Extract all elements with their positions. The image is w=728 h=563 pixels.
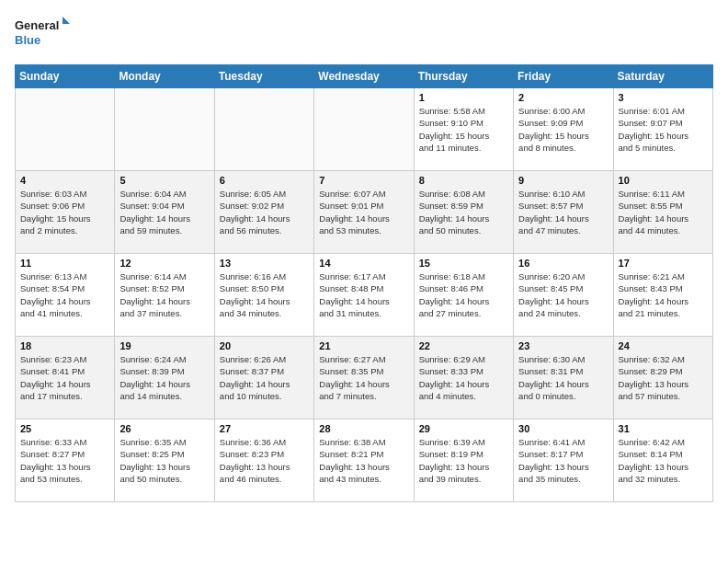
calendar-cell: 21Sunrise: 6:27 AM Sunset: 8:35 PM Dayli… (314, 337, 414, 419)
day-number: 15 (419, 258, 508, 269)
day-number: 5 (119, 175, 209, 186)
day-info: Sunrise: 6:39 AM Sunset: 8:19 PM Dayligh… (419, 436, 508, 485)
day-number: 25 (20, 423, 109, 434)
day-header-tuesday: Tuesday (214, 65, 313, 88)
calendar-cell: 31Sunrise: 6:42 AM Sunset: 8:14 PM Dayli… (613, 419, 712, 502)
day-number: 23 (518, 340, 608, 351)
day-info: Sunrise: 5:58 AM Sunset: 9:10 PM Dayligh… (419, 105, 508, 154)
day-info: Sunrise: 6:13 AM Sunset: 8:54 PM Dayligh… (20, 270, 109, 319)
day-number: 4 (20, 175, 109, 186)
day-info: Sunrise: 6:27 AM Sunset: 8:35 PM Dayligh… (319, 353, 408, 402)
day-header-thursday: Thursday (414, 65, 513, 88)
day-info: Sunrise: 6:26 AM Sunset: 8:37 PM Dayligh… (220, 353, 309, 402)
day-header-friday: Friday (514, 65, 613, 88)
svg-text:General: General (15, 18, 59, 32)
day-header-wednesday: Wednesday (314, 65, 414, 88)
day-number: 6 (220, 175, 309, 186)
calendar-cell: 12Sunrise: 6:14 AM Sunset: 8:52 PM Dayli… (115, 254, 214, 337)
calendar-cell (16, 88, 115, 171)
calendar-table: SundayMondayTuesdayWednesdayThursdayFrid… (15, 64, 713, 502)
day-number: 9 (518, 175, 608, 186)
calendar-header-row: SundayMondayTuesdayWednesdayThursdayFrid… (16, 65, 713, 88)
day-number: 28 (319, 423, 408, 434)
logo-svg: General Blue (15, 15, 70, 53)
day-info: Sunrise: 6:05 AM Sunset: 9:02 PM Dayligh… (220, 188, 309, 236)
calendar-week-row: 1Sunrise: 5:58 AM Sunset: 9:10 PM Daylig… (16, 88, 713, 171)
calendar-cell: 15Sunrise: 6:18 AM Sunset: 8:46 PM Dayli… (414, 254, 513, 337)
day-number: 14 (319, 258, 408, 269)
day-info: Sunrise: 6:07 AM Sunset: 9:01 PM Dayligh… (319, 188, 408, 236)
day-info: Sunrise: 6:17 AM Sunset: 8:48 PM Dayligh… (319, 270, 408, 319)
day-info: Sunrise: 6:18 AM Sunset: 8:46 PM Dayligh… (419, 270, 508, 319)
day-info: Sunrise: 6:32 AM Sunset: 8:29 PM Dayligh… (619, 353, 708, 402)
day-number: 11 (20, 258, 109, 269)
day-info: Sunrise: 6:01 AM Sunset: 9:07 PM Dayligh… (619, 105, 708, 154)
day-header-saturday: Saturday (613, 65, 712, 88)
day-info: Sunrise: 6:24 AM Sunset: 8:39 PM Dayligh… (119, 353, 209, 402)
calendar-cell: 7Sunrise: 6:07 AM Sunset: 9:01 PM Daylig… (314, 171, 414, 254)
calendar-cell: 27Sunrise: 6:36 AM Sunset: 8:23 PM Dayli… (214, 419, 313, 502)
calendar-cell: 28Sunrise: 6:38 AM Sunset: 8:21 PM Dayli… (314, 419, 414, 502)
day-number: 7 (319, 175, 408, 186)
calendar-cell: 20Sunrise: 6:26 AM Sunset: 8:37 PM Dayli… (214, 337, 313, 419)
page-header: General Blue (15, 15, 713, 53)
day-info: Sunrise: 6:08 AM Sunset: 8:59 PM Dayligh… (419, 188, 508, 236)
calendar-cell: 30Sunrise: 6:41 AM Sunset: 8:17 PM Dayli… (514, 419, 613, 502)
day-info: Sunrise: 6:42 AM Sunset: 8:14 PM Dayligh… (619, 436, 708, 485)
calendar-cell: 16Sunrise: 6:20 AM Sunset: 8:45 PM Dayli… (514, 254, 613, 337)
day-info: Sunrise: 6:41 AM Sunset: 8:17 PM Dayligh… (518, 436, 608, 485)
calendar-cell: 18Sunrise: 6:23 AM Sunset: 8:41 PM Dayli… (16, 337, 115, 419)
day-info: Sunrise: 6:03 AM Sunset: 9:06 PM Dayligh… (20, 188, 109, 236)
day-info: Sunrise: 6:38 AM Sunset: 8:21 PM Dayligh… (319, 436, 408, 485)
calendar-cell: 5Sunrise: 6:04 AM Sunset: 9:04 PM Daylig… (115, 171, 214, 254)
day-number: 21 (319, 340, 408, 351)
calendar-cell: 23Sunrise: 6:30 AM Sunset: 8:31 PM Dayli… (514, 337, 613, 419)
day-info: Sunrise: 6:30 AM Sunset: 8:31 PM Dayligh… (518, 353, 608, 402)
day-info: Sunrise: 6:14 AM Sunset: 8:52 PM Dayligh… (119, 270, 209, 319)
day-number: 20 (220, 340, 309, 351)
day-header-monday: Monday (115, 65, 214, 88)
day-number: 2 (518, 92, 608, 103)
day-number: 13 (220, 258, 309, 269)
day-info: Sunrise: 6:23 AM Sunset: 8:41 PM Dayligh… (20, 353, 109, 402)
day-info: Sunrise: 6:21 AM Sunset: 8:43 PM Dayligh… (619, 270, 708, 319)
day-header-sunday: Sunday (16, 65, 115, 88)
calendar-week-row: 11Sunrise: 6:13 AM Sunset: 8:54 PM Dayli… (16, 254, 713, 337)
day-info: Sunrise: 6:10 AM Sunset: 8:57 PM Dayligh… (518, 188, 608, 236)
day-info: Sunrise: 6:29 AM Sunset: 8:33 PM Dayligh… (419, 353, 508, 402)
calendar-cell (214, 88, 313, 171)
day-info: Sunrise: 6:11 AM Sunset: 8:55 PM Dayligh… (619, 188, 708, 236)
calendar-cell: 11Sunrise: 6:13 AM Sunset: 8:54 PM Dayli… (16, 254, 115, 337)
day-number: 27 (220, 423, 309, 434)
day-number: 1 (419, 92, 508, 103)
day-number: 26 (119, 423, 209, 434)
calendar-cell: 2Sunrise: 6:00 AM Sunset: 9:09 PM Daylig… (514, 88, 613, 171)
day-number: 10 (619, 175, 708, 186)
day-number: 17 (619, 258, 708, 269)
day-info: Sunrise: 6:33 AM Sunset: 8:27 PM Dayligh… (20, 436, 109, 485)
day-number: 12 (119, 258, 209, 269)
day-number: 16 (518, 258, 608, 269)
calendar-cell: 6Sunrise: 6:05 AM Sunset: 9:02 PM Daylig… (214, 171, 313, 254)
day-number: 29 (419, 423, 508, 434)
svg-text:Blue: Blue (15, 33, 40, 47)
calendar-week-row: 25Sunrise: 6:33 AM Sunset: 8:27 PM Dayli… (16, 419, 713, 502)
calendar-cell: 9Sunrise: 6:10 AM Sunset: 8:57 PM Daylig… (514, 171, 613, 254)
day-info: Sunrise: 6:16 AM Sunset: 8:50 PM Dayligh… (220, 270, 309, 319)
day-number: 31 (619, 423, 708, 434)
logo: General Blue (15, 15, 70, 53)
calendar-cell: 1Sunrise: 5:58 AM Sunset: 9:10 PM Daylig… (414, 88, 513, 171)
calendar-cell: 4Sunrise: 6:03 AM Sunset: 9:06 PM Daylig… (16, 171, 115, 254)
calendar-cell: 26Sunrise: 6:35 AM Sunset: 8:25 PM Dayli… (115, 419, 214, 502)
day-info: Sunrise: 6:20 AM Sunset: 8:45 PM Dayligh… (518, 270, 608, 319)
day-number: 3 (619, 92, 708, 103)
calendar-cell: 29Sunrise: 6:39 AM Sunset: 8:19 PM Dayli… (414, 419, 513, 502)
day-number: 22 (419, 340, 508, 351)
day-number: 24 (619, 340, 708, 351)
day-info: Sunrise: 6:00 AM Sunset: 9:09 PM Dayligh… (518, 105, 608, 154)
calendar-cell: 22Sunrise: 6:29 AM Sunset: 8:33 PM Dayli… (414, 337, 513, 419)
calendar-cell: 17Sunrise: 6:21 AM Sunset: 8:43 PM Dayli… (613, 254, 712, 337)
calendar-cell (314, 88, 414, 171)
calendar-week-row: 18Sunrise: 6:23 AM Sunset: 8:41 PM Dayli… (16, 337, 713, 419)
day-info: Sunrise: 6:04 AM Sunset: 9:04 PM Dayligh… (119, 188, 209, 236)
